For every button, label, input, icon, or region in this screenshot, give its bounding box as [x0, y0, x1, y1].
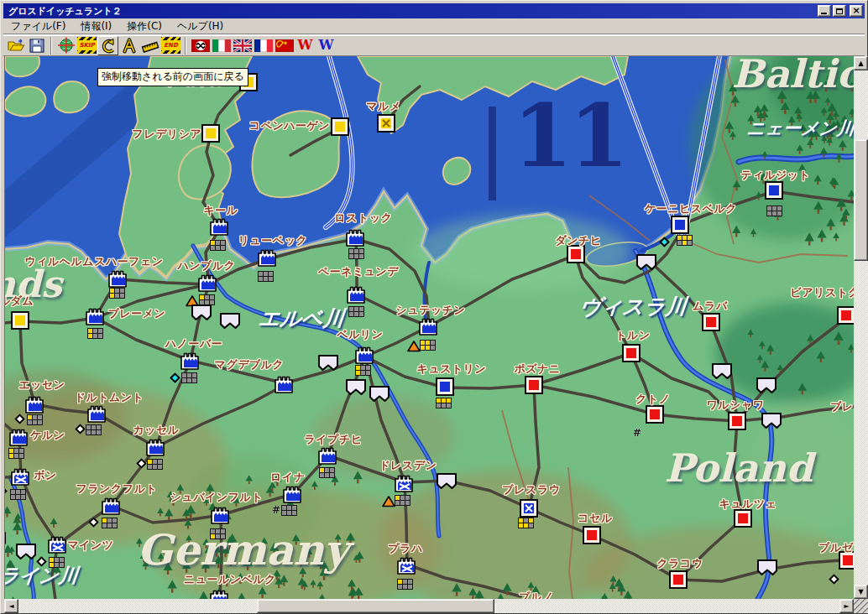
army-banner[interactable] [219, 312, 241, 333]
vertical-scrollbar[interactable]: ▲ ▼ [854, 56, 868, 599]
menu-info[interactable]: 情報(I) [73, 18, 119, 34]
flag-ussr-button[interactable] [274, 36, 295, 55]
factory-marker[interactable] [180, 351, 201, 371]
factory-marker[interactable] [257, 247, 279, 268]
city-marker[interactable] [671, 216, 689, 234]
city-marker[interactable] [837, 306, 854, 325]
center-map-button[interactable] [55, 36, 76, 55]
end-turn-button[interactable]: END [160, 36, 181, 55]
city-marker[interactable] [669, 570, 688, 589]
city-label: フレデリシア [133, 127, 202, 142]
menu-help[interactable]: ヘルプ(H) [170, 18, 231, 34]
factory-marker[interactable] [107, 268, 129, 289]
menu-file[interactable]: ファイル(F) [3, 18, 73, 34]
factory-marker[interactable] [346, 284, 368, 304]
factory-marker[interactable] [282, 484, 304, 504]
flag-germany-button[interactable] [190, 36, 211, 55]
minimize-button[interactable] [818, 5, 831, 17]
army-banner[interactable] [711, 362, 733, 383]
city-label: フランクフルト [76, 481, 158, 497]
city-marker[interactable] [728, 412, 746, 430]
ruler-tool-button[interactable] [139, 36, 160, 55]
toolbar: SKIPENDWW [3, 35, 865, 56]
save-button[interactable] [26, 36, 47, 55]
scroll-right-button[interactable]: ► [839, 599, 854, 613]
compass-tool-button[interactable] [118, 36, 139, 55]
production-grid-icon [27, 414, 43, 425]
army-banner[interactable] [369, 385, 390, 406]
army-banner[interactable] [761, 412, 782, 433]
city-label: マインツ [67, 538, 113, 553]
city-marker[interactable] [702, 313, 720, 331]
army-banner[interactable] [15, 543, 37, 564]
factory-marker[interactable] [317, 445, 339, 466]
close-icon: × [852, 7, 860, 15]
city-marker[interactable] [734, 509, 752, 528]
skip-hazard-icon: SKIP [77, 37, 97, 54]
factory-marker[interactable] [354, 345, 376, 365]
city-label: リューベック [238, 233, 308, 248]
city-marker[interactable] [331, 117, 349, 136]
factory-marker[interactable] [145, 437, 167, 457]
city-marker[interactable] [520, 499, 538, 518]
horizontal-scrollbar[interactable]: ◄ ► [4, 599, 854, 613]
factory-marker[interactable] [394, 473, 416, 493]
factory-marker[interactable] [209, 216, 231, 237]
factory-marker[interactable] [101, 496, 123, 516]
factory-marker[interactable] [274, 374, 295, 394]
factory-marker[interactable] [10, 466, 32, 487]
maximize-button[interactable] [833, 5, 846, 17]
city-marker[interactable] [583, 526, 601, 544]
vertical-scroll-thumb[interactable] [854, 139, 868, 261]
flag-italy-button[interactable] [211, 36, 232, 55]
title-bar[interactable]: グロスドイッチュラント２ × [3, 3, 865, 18]
menu-operation[interactable]: 操作(C) [119, 18, 170, 34]
factory-marker[interactable] [197, 273, 219, 293]
army-banner[interactable] [345, 378, 367, 399]
war-status-blue-button[interactable]: W [316, 36, 337, 55]
factory-marker[interactable] [345, 227, 367, 247]
army-banner[interactable] [4, 531, 7, 552]
city-marker[interactable] [377, 114, 395, 133]
war-status-red-button[interactable]: W [295, 36, 316, 55]
army-banner[interactable] [317, 354, 339, 375]
city-marker[interactable] [525, 376, 543, 394]
city-label: マルメ [366, 99, 400, 114]
close-button[interactable]: × [850, 5, 863, 17]
army-banner[interactable] [756, 377, 777, 398]
scroll-left-button[interactable]: ◄ [4, 599, 18, 613]
cyan-diamond-icon [659, 237, 670, 247]
city-marker[interactable] [646, 405, 664, 424]
factory-marker[interactable] [47, 534, 69, 554]
flag-uk-button[interactable] [232, 36, 253, 55]
resize-grip[interactable] [854, 599, 868, 613]
factory-marker[interactable] [418, 316, 440, 336]
skip-button[interactable]: SKIP [76, 36, 97, 55]
city-marker[interactable] [436, 377, 454, 396]
city-marker[interactable] [622, 344, 641, 362]
city-marker[interactable] [201, 124, 220, 143]
army-banner[interactable] [436, 472, 458, 493]
factory-marker[interactable] [24, 394, 46, 414]
city-marker[interactable] [765, 181, 783, 200]
open-file-button[interactable] [5, 36, 26, 55]
army-banner[interactable] [191, 304, 212, 325]
scroll-down-button[interactable]: ▼ [854, 585, 868, 599]
scroll-up-button[interactable]: ▲ [854, 56, 868, 70]
flag-france-button[interactable] [253, 36, 274, 55]
city-marker[interactable] [11, 311, 29, 330]
factory-marker[interactable] [396, 555, 418, 575]
undo-move-button[interactable] [97, 36, 118, 55]
unit-triangle-icon[interactable] [382, 495, 395, 511]
city-label: ニュールンベルク [184, 572, 276, 587]
horizontal-scroll-thumb[interactable] [257, 599, 494, 613]
army-banner[interactable] [635, 253, 657, 274]
factory-marker[interactable] [209, 588, 231, 599]
army-banner[interactable] [756, 559, 778, 580]
map-viewport[interactable]: 11 オールフスフレデリシアコペンハーゲンマルメアムステルダムティルジットケーニ… [4, 56, 854, 599]
factory-marker[interactable] [8, 427, 30, 447]
factory-marker[interactable] [210, 505, 232, 525]
unit-triangle-icon[interactable] [407, 340, 421, 356]
factory-marker[interactable] [86, 403, 108, 424]
factory-marker[interactable] [85, 306, 107, 326]
